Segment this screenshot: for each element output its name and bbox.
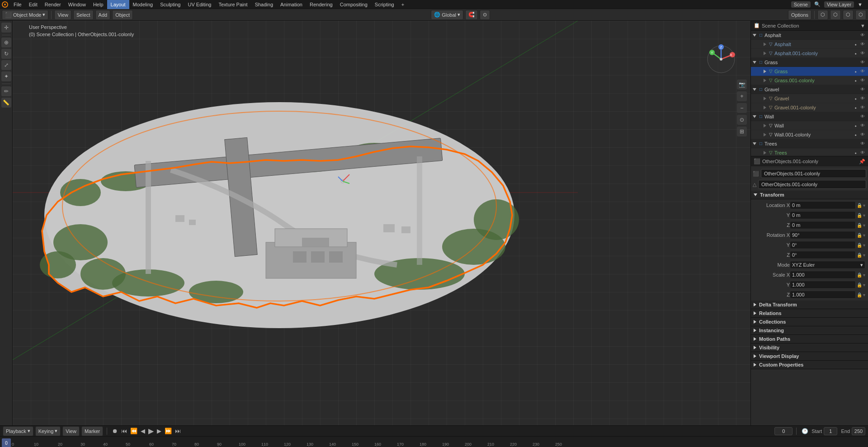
scale-y-menu[interactable]: ▾ bbox=[863, 282, 865, 287]
menu-animation[interactable]: Animation bbox=[277, 0, 306, 9]
viewport-shading-render[interactable]: ⬡ bbox=[855, 10, 866, 20]
view-all-btn[interactable]: ⊙ bbox=[737, 115, 747, 125]
menu-edit[interactable]: Edit bbox=[25, 0, 41, 9]
menu-layout[interactable]: Layout bbox=[107, 0, 129, 9]
tool-rotate[interactable]: ↻ bbox=[1, 49, 11, 59]
snap-toggle[interactable]: 🧲 bbox=[465, 10, 478, 20]
rotation-x-menu[interactable]: ▾ bbox=[863, 233, 865, 238]
menu-modeling[interactable]: Modeling bbox=[129, 0, 157, 9]
instancing-section[interactable]: Instancing bbox=[751, 326, 868, 335]
outliner-item-gravel-colonly[interactable]: ▽ Gravel.001-colonly ⬥ 👁 bbox=[751, 103, 868, 112]
outliner-collection-gravel[interactable]: □ Gravel 👁 bbox=[751, 85, 868, 94]
timeline-playback-menu[interactable]: Playback▾ bbox=[3, 426, 33, 436]
location-y-lock[interactable]: 🔒 bbox=[857, 213, 862, 218]
object-mode-selector[interactable]: ⬛ Object Mode ▾ bbox=[2, 10, 48, 20]
outliner-eye-grass[interactable]: 👁 bbox=[859, 59, 866, 66]
delta-transform-section[interactable]: Delta Transform bbox=[751, 301, 868, 309]
outliner-eye-wall-obj[interactable]: 👁 bbox=[859, 122, 866, 129]
viewport-shading-wire[interactable]: ⬡ bbox=[817, 10, 828, 20]
object-menu[interactable]: Object bbox=[112, 10, 133, 20]
timeline-marker-menu[interactable]: Marker bbox=[81, 426, 103, 436]
location-z-input[interactable]: 0 m bbox=[790, 221, 856, 229]
location-y-menu[interactable]: ▾ bbox=[863, 213, 865, 218]
menu-help[interactable]: Help bbox=[90, 0, 107, 9]
menu-texture-paint[interactable]: Texture Paint bbox=[215, 0, 251, 9]
outliner-eye-gravel[interactable]: 👁 bbox=[859, 86, 866, 93]
outliner-eye-asphalt-obj[interactable]: 👁 bbox=[859, 41, 866, 48]
scale-x-input[interactable]: 1.000 bbox=[790, 271, 856, 279]
outliner-item-trees[interactable]: ▽ Trees ⬥ 👁 bbox=[751, 148, 868, 156]
menu-scripting[interactable]: Scripting bbox=[371, 0, 398, 9]
outliner-eye-trees-obj[interactable]: 👁 bbox=[859, 149, 866, 156]
outliner-item-grass[interactable]: ▽ Grass ⬥ 👁 bbox=[751, 67, 868, 76]
toggle-quad-btn[interactable]: ⊞ bbox=[737, 127, 747, 136]
scale-x-lock[interactable]: 🔒 bbox=[857, 273, 862, 278]
tool-cursor[interactable]: ✛ bbox=[1, 23, 11, 33]
menu-window[interactable]: Window bbox=[65, 0, 90, 9]
outliner-eye-gravel-colonly[interactable]: 👁 bbox=[859, 104, 866, 111]
playback-prev-keyframe-btn[interactable]: ⏪ bbox=[129, 428, 139, 434]
viewport-shading-solid[interactable]: ⬡ bbox=[830, 10, 841, 20]
location-z-menu[interactable]: ▾ bbox=[863, 223, 865, 228]
outliner-item-wall[interactable]: ▽ Wall ⬥ 👁 bbox=[751, 121, 868, 130]
zoom-in-btn[interactable]: + bbox=[737, 91, 747, 101]
scale-y-input[interactable]: 1.000 bbox=[790, 281, 856, 289]
outliner-collection-asphalt[interactable]: □ Asphalt 👁 bbox=[751, 31, 868, 40]
scene-selector[interactable]: Scene bbox=[791, 1, 811, 8]
tool-measure[interactable]: 📏 bbox=[1, 98, 11, 108]
outliner-collection-wall[interactable]: □ Wall 👁 bbox=[751, 112, 868, 121]
rotation-y-lock[interactable]: 🔒 bbox=[857, 243, 862, 248]
transform-section-header[interactable]: Transform bbox=[751, 191, 868, 199]
location-y-input[interactable]: 0 m bbox=[790, 211, 856, 219]
outliner-item-asphalt-colonly[interactable]: ▽ Asphalt.001-colonly ⬥ 👁 bbox=[751, 49, 868, 58]
visibility-section[interactable]: Visibility bbox=[751, 343, 868, 352]
options-btn[interactable]: Options bbox=[788, 10, 811, 20]
playback-jump-end-btn[interactable]: ⏭ bbox=[174, 428, 182, 434]
menu-shading[interactable]: Shading bbox=[251, 0, 277, 9]
outliner-eye-gravel-obj[interactable]: 👁 bbox=[859, 95, 866, 102]
outliner-item-wall-colonly[interactable]: ▽ Wall.001-colonly ⬥ 👁 bbox=[751, 130, 868, 139]
timeline-view-menu[interactable]: View bbox=[62, 426, 80, 436]
menu-compositing[interactable]: Compositing bbox=[336, 0, 371, 9]
outliner-item-gravel[interactable]: ▽ Gravel ⬥ 👁 bbox=[751, 94, 868, 103]
select-menu[interactable]: Select bbox=[73, 10, 94, 20]
location-x-menu[interactable]: ▾ bbox=[863, 203, 865, 208]
zoom-camera-btn[interactable]: 📷 bbox=[737, 80, 747, 89]
search-btn[interactable]: 🔍 bbox=[812, 1, 822, 7]
viewport-display-section[interactable]: Viewport Display bbox=[751, 352, 868, 361]
timeline-keying-menu[interactable]: Keying▾ bbox=[35, 426, 61, 436]
filter-btn[interactable]: ▼ bbox=[856, 2, 864, 7]
custom-properties-section[interactable]: Custom Properties bbox=[751, 361, 868, 369]
outliner-eye-wall[interactable]: 👁 bbox=[859, 113, 866, 120]
view-menu[interactable]: View bbox=[54, 10, 71, 20]
scale-y-lock[interactable]: 🔒 bbox=[857, 282, 862, 287]
menu-rendering[interactable]: Rendering bbox=[306, 0, 336, 9]
data-name-input[interactable]: OtherObjects.001-colonly bbox=[758, 180, 866, 189]
scale-z-menu[interactable]: ▾ bbox=[863, 292, 865, 297]
tool-transform[interactable]: ✦ bbox=[1, 71, 11, 81]
menu-sculpting[interactable]: Sculpting bbox=[156, 0, 184, 9]
menu-add-workspace[interactable]: + bbox=[398, 0, 408, 9]
viewport-nav-gizmo[interactable]: X Y Z bbox=[705, 43, 737, 75]
rotation-mode-select[interactable]: XYZ Euler ▾ bbox=[790, 261, 865, 269]
outliner-collection-grass[interactable]: □ Grass 👁 bbox=[751, 58, 868, 67]
motion-paths-section[interactable]: Motion Paths bbox=[751, 335, 868, 343]
viewport-shading-material[interactable]: ⬡ bbox=[843, 10, 854, 20]
transform-orientation[interactable]: 🌐Global▾ bbox=[431, 10, 463, 20]
rotation-x-lock[interactable]: 🔒 bbox=[857, 233, 862, 238]
playback-record-btn[interactable]: ⏺ bbox=[111, 428, 119, 434]
playback-next-frame-btn[interactable]: ▶ bbox=[156, 428, 163, 434]
view-layer-selector[interactable]: View Layer bbox=[824, 1, 854, 8]
rotation-x-input[interactable]: 90° bbox=[790, 231, 856, 239]
viewport-3d[interactable]: User Perspective (0) Scene Collection | … bbox=[13, 21, 750, 425]
outliner-filter-btn[interactable]: ▼ bbox=[860, 23, 865, 28]
properties-pin-btn[interactable]: 📌 bbox=[859, 159, 865, 165]
playback-prev-frame-btn[interactable]: ◀ bbox=[139, 428, 146, 434]
outliner-item-grass-colonly[interactable]: ▽ Grass.001-colonly ⬥ 👁 bbox=[751, 76, 868, 85]
tool-scale[interactable]: ⤢ bbox=[1, 60, 11, 70]
scale-z-input[interactable]: 1.000 bbox=[790, 291, 856, 299]
rotation-y-menu[interactable]: ▾ bbox=[863, 243, 865, 248]
tool-annotate[interactable]: ✏ bbox=[1, 86, 11, 96]
outliner-eye-trees[interactable]: 👁 bbox=[859, 140, 866, 147]
rotation-z-menu[interactable]: ▾ bbox=[863, 253, 865, 258]
